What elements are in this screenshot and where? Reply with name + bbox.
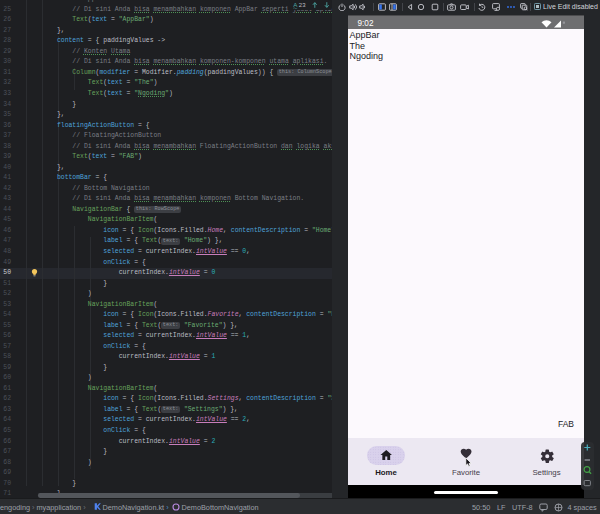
svg-text:23: 23	[299, 2, 306, 8]
svg-text:A: A	[293, 1, 298, 8]
